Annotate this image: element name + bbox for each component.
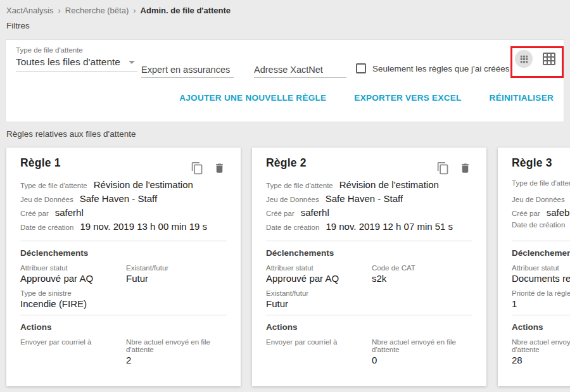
add-rule-button[interactable]: AJOUTER UNE NOUVELLE RÈGLE bbox=[179, 93, 326, 103]
triggers-grid: Attribuer statutApprouvé par AQ Existant… bbox=[20, 264, 232, 309]
reset-button[interactable]: RÉINITIALISER bbox=[490, 93, 554, 103]
my-rules-checkbox[interactable] bbox=[356, 63, 366, 73]
filters-section-title: Filtres bbox=[6, 21, 30, 30]
breadcrumb-recherche[interactable]: Recherche (bêta) bbox=[65, 6, 129, 15]
adjuster-input[interactable] bbox=[141, 61, 234, 78]
queue-type-label: Type de file d'attente bbox=[16, 46, 137, 54]
trigger: Attribuer statutDocuments reçus bbox=[512, 264, 570, 284]
breadcrumb-current-page: Admin. de file d'attente bbox=[141, 6, 231, 15]
export-excel-button[interactable]: EXPORTER VERS EXCEL bbox=[354, 93, 461, 103]
divider bbox=[512, 241, 570, 241]
trigger: Attribuer statutApprouvé par AQ bbox=[266, 264, 372, 284]
table-view-button[interactable] bbox=[542, 51, 557, 66]
triggers-heading: Déclenchements bbox=[512, 248, 570, 258]
divider bbox=[20, 315, 227, 315]
info-row: Date de création bbox=[512, 221, 570, 235]
view-toggle bbox=[515, 50, 557, 68]
trash-icon[interactable] bbox=[213, 161, 225, 177]
rules-section-title: Règles relatives aux files d'attente bbox=[6, 129, 136, 139]
rule-cards-row: Règle 1 Type de file d'attenteRévision d… bbox=[6, 148, 570, 386]
divider bbox=[266, 241, 472, 241]
apps-grid-icon bbox=[519, 54, 529, 65]
info-row: Jeu de DonnéesSafe Haven - Staff bbox=[266, 193, 478, 207]
rule-card-3: Règle 3 Type de file d'attente Jeu de Do… bbox=[498, 148, 570, 386]
triggers-heading: Déclenchements bbox=[20, 248, 232, 258]
info-row: Type de file d'attenteRévision de l'esti… bbox=[20, 179, 232, 193]
info-row: Type de file d'attenteRévision de l'esti… bbox=[266, 179, 478, 193]
grid-view-button[interactable] bbox=[515, 50, 533, 68]
queue-type-value: Toutes les files d'attente bbox=[16, 56, 120, 68]
action: Envoyer par courriel à bbox=[266, 338, 372, 365]
rule-card-2: Règle 2 Type de file d'attenteRévision d… bbox=[252, 148, 486, 386]
xactnet-address-input[interactable] bbox=[254, 61, 346, 78]
rule-info: Type de file d'attenteRévision de l'esti… bbox=[266, 179, 478, 235]
info-row: Jeu de DonnéesS bbox=[512, 193, 570, 207]
rule-title: Règle 3 bbox=[512, 156, 570, 170]
filters-panel: Type de file d'attente Toutes les files … bbox=[5, 39, 564, 122]
copy-icon[interactable] bbox=[191, 161, 204, 177]
my-rules-checkbox-label: Seulement les règles que j'ai créées bbox=[372, 64, 509, 73]
triggers-heading: Déclenchements bbox=[266, 248, 478, 258]
trigger: Type de sinistreIncendie (FIRE) bbox=[20, 289, 126, 309]
trigger: Priorité de la règle1 bbox=[512, 289, 570, 309]
action: Nbre actuel envoyé en file d'attente0 bbox=[372, 338, 478, 365]
actions-grid: Nbre actuel envoyé en file d'attente28 bbox=[512, 338, 570, 365]
trigger: Existant/futurFutur bbox=[126, 264, 232, 284]
rule-card-1: Règle 1 Type de file d'attenteRévision d… bbox=[6, 148, 241, 386]
rule-info: Type de file d'attenteRévision de l'esti… bbox=[20, 179, 232, 235]
trigger: Code de CATs2k bbox=[372, 264, 478, 284]
breadcrumb-xactanalysis[interactable]: XactAnalysis bbox=[6, 6, 53, 15]
actions-grid: Envoyer par courriel à Nbre actuel envoy… bbox=[20, 338, 232, 365]
info-row: Date de création19 nov. 2019 12 h 07 min… bbox=[266, 221, 478, 235]
divider bbox=[266, 315, 472, 315]
actions-heading: Actions bbox=[512, 322, 570, 332]
trigger: Attribuer statutApprouvé par AQ bbox=[20, 264, 126, 284]
action: Nbre actuel envoyé en file d'attente2 bbox=[126, 338, 232, 365]
triggers-grid: Attribuer statutApprouvé par AQ Code de … bbox=[266, 264, 478, 309]
divider bbox=[20, 241, 227, 241]
info-row: Créé parsaferhl bbox=[20, 207, 232, 221]
divider bbox=[512, 315, 570, 315]
action: Envoyer par courriel à bbox=[20, 338, 126, 365]
trigger: Existant/futurFutur bbox=[266, 289, 372, 309]
triggers-grid: Attribuer statutDocuments reçus Priorité… bbox=[512, 264, 570, 309]
actions-heading: Actions bbox=[266, 322, 478, 332]
action: Nbre actuel envoyé en file d'attente28 bbox=[512, 338, 570, 365]
breadcrumb: XactAnalysis › Recherche (bêta) › Admin.… bbox=[6, 6, 231, 15]
queue-type-select[interactable]: Type de file d'attente Toutes les files … bbox=[16, 46, 137, 72]
filter-actions: AJOUTER UNE NOUVELLE RÈGLE EXPORTER VERS… bbox=[179, 93, 554, 103]
rule-info: Type de file d'attente Jeu de DonnéesS C… bbox=[512, 179, 570, 235]
trash-icon[interactable] bbox=[459, 161, 471, 177]
info-row: Type de file d'attente bbox=[512, 179, 570, 193]
info-row: Créé parsaferhl bbox=[266, 207, 478, 221]
chevron-down-icon bbox=[129, 61, 135, 64]
info-row: Jeu de DonnéesSafe Haven - Staff bbox=[20, 193, 232, 207]
actions-heading: Actions bbox=[20, 322, 232, 332]
info-row: Date de création19 nov. 2019 13 h 00 min… bbox=[20, 221, 232, 235]
breadcrumb-separator: › bbox=[133, 6, 136, 15]
breadcrumb-separator: › bbox=[58, 6, 60, 15]
info-row: Créé parsafebg bbox=[512, 207, 570, 221]
table-grid-icon bbox=[542, 51, 557, 66]
actions-grid: Envoyer par courriel à Nbre actuel envoy… bbox=[266, 338, 478, 365]
copy-icon[interactable] bbox=[436, 161, 450, 177]
